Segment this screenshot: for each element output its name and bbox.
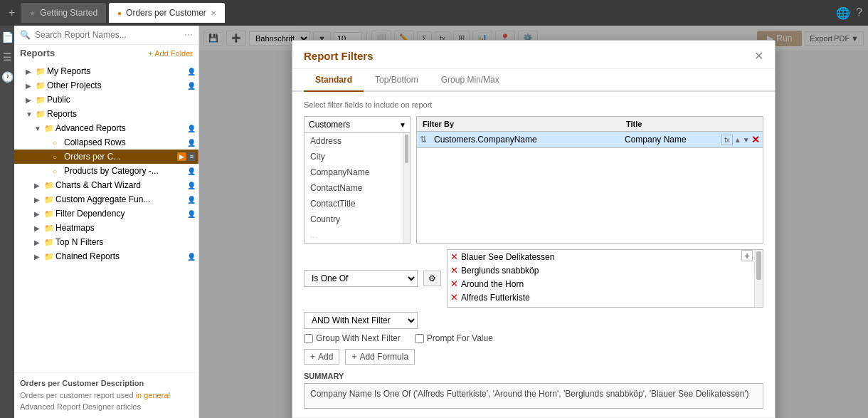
filter-row: ⇅ Customers.CompanyName Company Name fx … [417, 132, 763, 148]
add-label: Add [318, 352, 333, 362]
sidebar-item-advanced-reports[interactable]: ▼ 📁 Advanced Reports 👤 [14, 121, 199, 135]
sidebar-item-label: Custom Aggregate Fun... [55, 194, 186, 204]
sidebar-item-reports-sub[interactable]: ▼ 📁 Reports [14, 107, 199, 121]
tree-action-icons: ▶ ≡ [177, 152, 196, 161]
fx-formula-button[interactable]: fx [721, 135, 733, 145]
and-filter-dropdown[interactable]: AND With Next Filter [304, 312, 418, 329]
delete-value-icon[interactable]: ✕ [450, 278, 458, 289]
sidebar-item-custom-aggregate[interactable]: ▶ 📁 Custom Aggregate Fun... 👤 [14, 192, 199, 207]
add-formula-button[interactable]: + Add Formula [345, 349, 415, 365]
field-item-companyname[interactable]: CompanyName [305, 164, 403, 180]
sidebar-item-products-by-cat[interactable]: ▶ ○ Products by Category -... 👤 [14, 164, 199, 178]
tab-top-bottom[interactable]: Top/Bottom [364, 69, 430, 92]
condition-dropdown[interactable]: Is One Of [304, 270, 418, 287]
field-item-extra[interactable]: ... [305, 227, 403, 243]
value-item: ✕ Around the Horn [448, 277, 763, 291]
add-folder-button[interactable]: + Add Folder [148, 49, 193, 58]
up-arrow-icon[interactable]: ▲ [734, 136, 741, 144]
delete-filter-button[interactable]: ✕ [751, 134, 760, 145]
category-dropdown[interactable]: Customers [304, 116, 411, 133]
search-menu-icon[interactable]: ⋯ [184, 30, 193, 40]
field-list-scrollbar[interactable] [403, 133, 410, 243]
value-label: Around the Horn [461, 279, 760, 289]
add-icon[interactable]: + [6, 4, 18, 22]
group-with-next-label[interactable]: Group With Next Filter [304, 333, 401, 343]
sidebar-item-label: Reports [47, 109, 196, 119]
arrow-icon: ▶ [26, 68, 34, 75]
tab-orders-label: Orders per Customer [126, 8, 206, 18]
tab-getting-started-label: Getting Started [40, 8, 97, 18]
delete-value-icon[interactable]: ✕ [450, 265, 458, 276]
group-next-filter-text: Group With Next Filter [316, 333, 401, 343]
sidebar-item-filter-dependency[interactable]: ▶ 📁 Filter Dependency 👤 [14, 207, 199, 221]
summary-section: SUMMARY Company Name Is One Of ('Alfreds… [304, 372, 763, 409]
sidebar-item-label: Chained Reports [55, 251, 186, 261]
condition-settings-button[interactable]: ⚙ [423, 271, 441, 286]
desc-link[interactable]: in general [136, 391, 170, 399]
play-action-icon[interactable]: ▶ [177, 152, 186, 161]
clock-icon[interactable]: 🕐 [1, 71, 14, 83]
sidebar-item-top-n-filters[interactable]: ▶ 📁 Top N Filters [14, 235, 199, 249]
sidebar-item-label: Top N Filters [55, 237, 196, 247]
value-label: Alfreds Futterkiste [461, 293, 760, 303]
field-item-contacttitle[interactable]: ContactTitle [305, 196, 403, 211]
tab-getting-started[interactable]: ★ Getting Started [21, 3, 106, 23]
tab-close-icon[interactable]: ✕ [211, 9, 216, 17]
values-scrollbar[interactable] [754, 250, 763, 307]
add-filter-button[interactable]: + Add [304, 349, 339, 365]
sidebar-item-heatmaps[interactable]: ▶ 📁 Heatmaps [14, 221, 199, 235]
content-area: 💾 ➕ Bahnschrift ▼ ⬜ ✏️ Σ fx ⊞ 📊 📍 ⚙️ ▶ R… [199, 26, 868, 418]
search-input[interactable] [35, 30, 180, 40]
delete-value-icon[interactable]: ✕ [450, 292, 458, 303]
folder-icon: 📁 [44, 209, 54, 219]
delete-value-icon[interactable]: ✕ [450, 251, 458, 262]
sort-icon[interactable]: ⇅ [417, 132, 430, 147]
desc-text: Orders per customer report used in gener… [20, 390, 193, 412]
reports-heading: Reports [20, 48, 55, 58]
sidebar-item-charts[interactable]: ▶ 📁 Charts & Chart Wizard 👤 [14, 178, 199, 192]
sidebar-item-my-reports[interactable]: ▶ 📁 My Reports 👤 [14, 64, 199, 78]
sidebar: 🔍 ⋯ Reports + Add Folder ▶ 📁 My Reports … [14, 26, 199, 418]
prompt-for-value-checkbox[interactable] [415, 334, 424, 343]
modal-title: Report Filters [304, 50, 374, 62]
menu-action-icon[interactable]: ≡ [188, 152, 196, 161]
layers-icon[interactable]: ☰ [3, 51, 12, 63]
sidebar-item-label: Advanced Reports [55, 123, 186, 133]
values-container: + ✕ Blauer See Delikatessen ✕ Berglunds … [447, 249, 763, 308]
folder-icon: 📁 [36, 95, 46, 105]
tab-standard[interactable]: Standard [304, 69, 364, 92]
value-item: ✕ Berglunds snabbköp [448, 263, 763, 277]
page-icon[interactable]: 📄 [1, 31, 14, 43]
filter-fields-row: Customers ▼ Address City CompanyName [304, 116, 763, 244]
sidebar-item-label: Products by Category -... [64, 166, 186, 176]
group-with-next-checkbox[interactable] [304, 334, 313, 343]
modal-close-button[interactable]: ✕ [754, 49, 763, 63]
field-item-city[interactable]: City [305, 149, 403, 164]
tab-group-min-max[interactable]: Group Min/Max [430, 69, 511, 92]
sidebar-item-other-projects[interactable]: ▶ 📁 Other Projects 👤 [14, 78, 199, 93]
field-item-contactname[interactable]: ContactName [305, 180, 403, 196]
prompt-for-value-label[interactable]: Prompt For Value [415, 333, 493, 343]
sidebar-item-orders-per-c[interactable]: ▶ ○ Orders per C... ▶ ≡ [14, 150, 199, 164]
sidebar-item-collapsed-rows[interactable]: ▶ ○ Collapsed Rows 👤 [14, 135, 199, 150]
filter-by-value: Customers.CompanyName [430, 132, 620, 147]
sidebar-description: Orders per Customer Description Orders p… [14, 372, 199, 418]
globe-icon[interactable]: 🌐 [836, 6, 850, 20]
filter-actions: fx ▲ ▼ ✕ [720, 132, 763, 147]
down-arrow-icon[interactable]: ▼ [743, 136, 750, 144]
field-item-address[interactable]: Address [305, 133, 403, 149]
help-icon[interactable]: ? [856, 6, 862, 20]
sidebar-item-public[interactable]: ▶ 📁 Public [14, 93, 199, 107]
report-icon: ○ [53, 139, 63, 147]
prompt-for-value-text: Prompt For Value [427, 333, 493, 343]
values-add-btn[interactable]: + [741, 250, 753, 261]
sidebar-search-bar: 🔍 ⋯ [14, 26, 199, 45]
field-item-country[interactable]: Country [305, 211, 403, 227]
sidebar-item-label: My Reports [47, 66, 186, 76]
sidebar-item-label: Filter Dependency [55, 209, 186, 219]
arrow-icon: ▶ [34, 224, 43, 232]
tab-orders-per-customer[interactable]: ● Orders per Customer ✕ [109, 3, 225, 23]
sidebar-item-label: Heatmaps [55, 223, 196, 233]
plus-icon: + [310, 352, 315, 362]
sidebar-item-chained-reports[interactable]: ▶ 📁 Chained Reports 👤 [14, 249, 199, 263]
